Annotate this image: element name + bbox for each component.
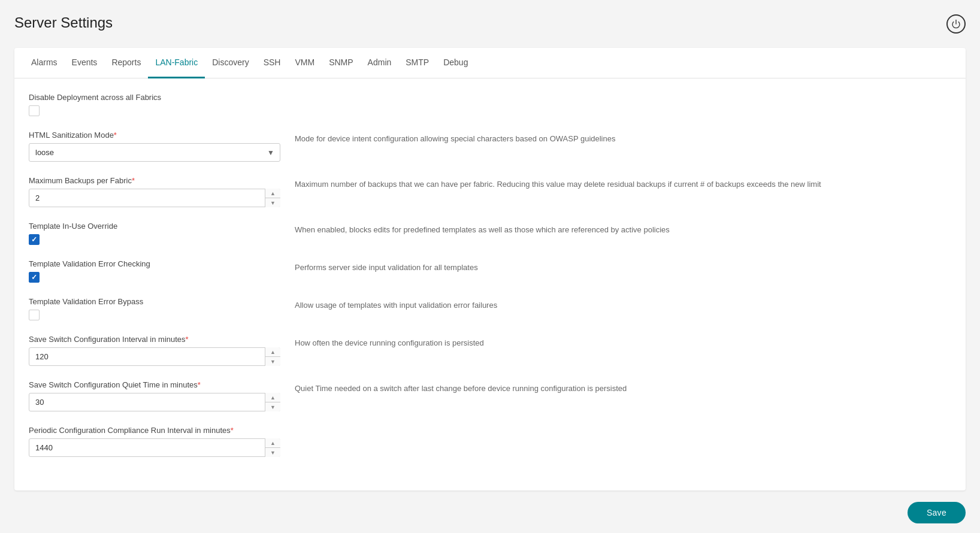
- max-backups-left: Maximum Backups per Fabric* ▲ ▼: [29, 176, 280, 207]
- tab-lan-fabric[interactable]: LAN-Fabric: [148, 48, 205, 78]
- save-switch-config-quiet-time-required: *: [198, 380, 201, 389]
- tab-admin[interactable]: Admin: [361, 48, 399, 78]
- max-backups-input-wrapper: ▲ ▼: [29, 189, 280, 207]
- template-validation-checking-label: Template Validation Error Checking: [29, 259, 280, 268]
- save-switch-config-interval-input-wrapper: ▲ ▼: [29, 347, 280, 366]
- periodic-config-compliance-required: *: [231, 426, 234, 435]
- save-switch-config-interval-description: How often the device running configurati…: [280, 335, 951, 349]
- max-backups-spinner-down[interactable]: ▼: [265, 198, 280, 207]
- template-in-use-override-label: Template In-Use Override: [29, 222, 280, 231]
- max-backups-label: Maximum Backups per Fabric*: [29, 176, 280, 185]
- save-switch-config-interval-spinners: ▲ ▼: [265, 347, 280, 366]
- html-sanitization-description: Mode for device intent configuration all…: [280, 131, 951, 145]
- tab-alarms[interactable]: Alarms: [24, 48, 65, 78]
- max-backups-input[interactable]: [29, 189, 280, 207]
- save-switch-config-quiet-time-spinner-up[interactable]: ▲: [265, 393, 280, 402]
- save-switch-config-interval-spinner-down[interactable]: ▼: [265, 357, 280, 366]
- periodic-config-compliance-spinner-down[interactable]: ▼: [265, 448, 280, 457]
- periodic-config-compliance-input-wrapper: ▲ ▼: [29, 438, 280, 457]
- html-sanitization-required: *: [114, 131, 117, 140]
- tab-smtp[interactable]: SMTP: [398, 48, 436, 78]
- template-validation-checking-left: Template Validation Error Checking: [29, 259, 280, 283]
- save-switch-config-quiet-time-description: Quiet Time needed on a switch after last…: [280, 380, 951, 395]
- periodic-config-compliance-spinners: ▲ ▼: [265, 438, 280, 457]
- periodic-config-compliance-description: [280, 426, 951, 428]
- disable-deployment-row: Disable Deployment across all Fabrics: [29, 93, 951, 116]
- tab-events[interactable]: Events: [65, 48, 105, 78]
- max-backups-spinner-up[interactable]: ▲: [265, 189, 280, 198]
- main-card: Alarms Events Reports LAN-Fabric Discove…: [14, 48, 966, 490]
- save-switch-config-interval-left: Save Switch Configuration Interval in mi…: [29, 335, 280, 366]
- periodic-config-compliance-label: Periodic Configuration Compliance Run In…: [29, 426, 280, 435]
- save-switch-config-interval-spinner-up[interactable]: ▲: [265, 347, 280, 357]
- max-backups-description: Maximum number of backups that we can ha…: [280, 176, 951, 190]
- tab-reports[interactable]: Reports: [104, 48, 148, 78]
- tab-snmp[interactable]: SNMP: [322, 48, 360, 78]
- save-switch-config-interval-input[interactable]: [29, 347, 280, 366]
- power-icon[interactable]: [946, 14, 966, 34]
- save-switch-config-quiet-time-label: Save Switch Configuration Quiet Time in …: [29, 380, 280, 389]
- disable-deployment-label: Disable Deployment across all Fabrics: [29, 93, 280, 102]
- save-switch-config-interval-label: Save Switch Configuration Interval in mi…: [29, 335, 280, 344]
- tab-discovery[interactable]: Discovery: [205, 48, 256, 78]
- max-backups-row: Maximum Backups per Fabric* ▲ ▼ Maximum …: [29, 176, 951, 207]
- html-sanitization-select[interactable]: loose strict none: [29, 143, 280, 162]
- template-validation-checking-description: Performs server side input validation fo…: [280, 259, 951, 274]
- template-in-use-override-description: When enabled, blocks edits for predefine…: [280, 222, 951, 236]
- disable-deployment-left: Disable Deployment across all Fabrics: [29, 93, 280, 116]
- periodic-config-compliance-input[interactable]: [29, 438, 280, 457]
- tab-bar: Alarms Events Reports LAN-Fabric Discove…: [14, 48, 966, 78]
- template-validation-checking-row: Template Validation Error Checking Perfo…: [29, 259, 951, 283]
- max-backups-required: *: [132, 176, 135, 185]
- disable-deployment-checkbox[interactable]: [29, 105, 40, 116]
- save-switch-config-quiet-time-row: Save Switch Configuration Quiet Time in …: [29, 380, 951, 411]
- template-validation-bypass-checkbox[interactable]: [29, 310, 40, 320]
- tab-content: Disable Deployment across all Fabrics HT…: [14, 78, 966, 490]
- template-in-use-override-left: Template In-Use Override: [29, 222, 280, 245]
- save-switch-config-interval-required: *: [186, 335, 189, 344]
- template-validation-bypass-left: Template Validation Error Bypass: [29, 297, 280, 320]
- template-validation-checking-checkbox[interactable]: [29, 272, 40, 283]
- save-switch-config-quiet-time-input[interactable]: [29, 393, 280, 411]
- save-switch-config-quiet-time-input-wrapper: ▲ ▼: [29, 393, 280, 411]
- save-button[interactable]: Save: [908, 502, 966, 523]
- tab-debug[interactable]: Debug: [436, 48, 475, 78]
- save-switch-config-quiet-time-spinner-down[interactable]: ▼: [265, 402, 280, 411]
- periodic-config-compliance-row: Periodic Configuration Compliance Run In…: [29, 426, 951, 457]
- disable-deployment-description: [280, 93, 951, 95]
- html-sanitization-select-wrapper: loose strict none ▼: [29, 143, 280, 162]
- tab-vmm[interactable]: VMM: [288, 48, 322, 78]
- html-sanitization-row: HTML Sanitization Mode* loose strict non…: [29, 131, 951, 162]
- template-validation-bypass-label: Template Validation Error Bypass: [29, 297, 280, 306]
- save-switch-config-quiet-time-spinners: ▲ ▼: [265, 393, 280, 411]
- save-switch-config-quiet-time-left: Save Switch Configuration Quiet Time in …: [29, 380, 280, 411]
- tab-ssh[interactable]: SSH: [256, 48, 288, 78]
- page-title: Server Settings: [14, 14, 966, 31]
- html-sanitization-left: HTML Sanitization Mode* loose strict non…: [29, 131, 280, 162]
- template-validation-bypass-row: Template Validation Error Bypass Allow u…: [29, 297, 951, 320]
- html-sanitization-label: HTML Sanitization Mode*: [29, 131, 280, 140]
- max-backups-spinners: ▲ ▼: [265, 189, 280, 207]
- save-switch-config-interval-row: Save Switch Configuration Interval in mi…: [29, 335, 951, 366]
- bottom-bar: Save: [0, 492, 980, 533]
- template-in-use-override-row: Template In-Use Override When enabled, b…: [29, 222, 951, 245]
- periodic-config-compliance-spinner-up[interactable]: ▲: [265, 438, 280, 448]
- periodic-config-compliance-left: Periodic Configuration Compliance Run In…: [29, 426, 280, 457]
- template-in-use-override-checkbox[interactable]: [29, 234, 40, 245]
- template-validation-bypass-description: Allow usage of templates with input vali…: [280, 297, 951, 311]
